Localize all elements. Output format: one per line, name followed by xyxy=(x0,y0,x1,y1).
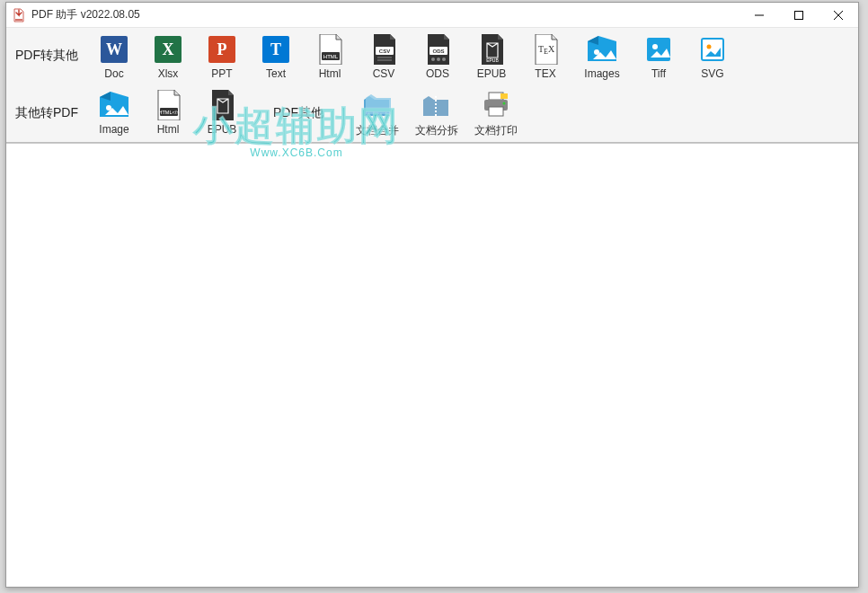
svg-text:T: T xyxy=(270,40,281,58)
tool-print[interactable]: 文档打印 xyxy=(467,87,525,140)
svg-text:W: W xyxy=(106,40,122,58)
svg-text:CSV: CSV xyxy=(379,49,390,54)
svg-rect-31 xyxy=(500,93,508,99)
row-pdf-to-other: PDF转其他 W Doc X xyxy=(6,28,858,84)
toolbar: PDF转其他 W Doc X xyxy=(6,28,858,143)
html-icon: HTML</> xyxy=(152,89,184,121)
tool-text[interactable]: T Text xyxy=(250,31,302,82)
svg-point-15 xyxy=(431,58,435,61)
window-title: PDF 助手 v2022.08.05 xyxy=(31,7,740,22)
svg-text:HTML: HTML xyxy=(323,54,339,59)
epub-icon: EPUB xyxy=(475,33,508,66)
app-window: PDF 助手 v2022.08.05 PDF转其他 xyxy=(5,2,859,588)
tool-epub[interactable]: EPUB EPUB xyxy=(465,31,518,82)
tool-csv[interactable]: CSV CSV xyxy=(358,31,410,82)
row2b-tools: 文档合并 文档分拆 xyxy=(348,84,526,142)
tool-split[interactable]: 文档分拆 xyxy=(408,87,465,140)
row1-label: PDF转其他 xyxy=(6,28,87,84)
row-second: 其他转PDF Image xyxy=(6,84,858,142)
title-bar: PDF 助手 v2022.08.05 xyxy=(6,3,858,28)
svg-point-16 xyxy=(437,58,440,61)
tool-doc[interactable]: W Doc xyxy=(88,31,140,82)
excel-icon: X xyxy=(152,33,184,66)
tiff-icon xyxy=(642,33,675,66)
tool-merge[interactable]: 文档合并 xyxy=(349,87,406,140)
svg-icon xyxy=(696,33,729,66)
tool-epub-to-pdf[interactable]: EPUB xyxy=(196,87,248,137)
row2a-tools: Image HTML</> Html xyxy=(87,84,249,142)
tool-tiff[interactable]: Tiff xyxy=(633,31,685,82)
svg-text:ODS: ODS xyxy=(432,49,444,54)
svg-rect-30 xyxy=(489,107,503,116)
html-icon: HTML xyxy=(314,33,346,66)
svg-point-32 xyxy=(503,102,506,105)
folder-merge-icon xyxy=(361,89,394,121)
svg-point-24 xyxy=(707,45,712,49)
tex-icon: TEX xyxy=(529,33,562,66)
powerpoint-icon: P xyxy=(206,33,238,66)
tool-html[interactable]: HTML Html xyxy=(304,31,356,82)
word-icon: W xyxy=(98,33,130,66)
close-button[interactable] xyxy=(819,3,858,27)
minimize-button[interactable] xyxy=(740,3,779,27)
svg-text:HTML</>: HTML</> xyxy=(159,110,180,115)
tool-tex[interactable]: TEX TEX xyxy=(519,31,571,82)
tool-html-to-pdf[interactable]: HTML</> Html xyxy=(142,87,194,137)
maximize-button[interactable] xyxy=(779,3,819,27)
row1-tools: W Doc X Xlsx xyxy=(87,28,740,84)
tool-svg[interactable]: SVG xyxy=(686,31,739,82)
tool-xlsx[interactable]: X Xlsx xyxy=(142,31,194,82)
tool-ppt[interactable]: P PPT xyxy=(196,31,248,82)
svg-text:X: X xyxy=(163,40,174,58)
tool-image-to-pdf[interactable]: Image xyxy=(88,87,140,137)
text-icon: T xyxy=(260,33,292,66)
csv-icon: CSV xyxy=(368,33,400,66)
app-icon xyxy=(12,8,26,22)
svg-text:EPUB: EPUB xyxy=(486,58,499,63)
row2a-label: 其他转PDF xyxy=(6,84,87,142)
epub-icon xyxy=(206,89,238,121)
svg-text:P: P xyxy=(217,40,227,58)
image-icon xyxy=(98,89,130,121)
folder-split-icon xyxy=(421,89,453,121)
tool-images[interactable]: Images xyxy=(573,31,631,82)
content-area xyxy=(6,143,858,587)
window-controls xyxy=(740,3,858,27)
row2b-label: PDF其他 xyxy=(249,84,348,142)
ods-icon: ODS xyxy=(421,33,454,66)
svg-rect-0 xyxy=(795,11,803,19)
images-icon xyxy=(586,33,618,66)
tool-ods[interactable]: ODS ODS xyxy=(412,31,464,82)
svg-point-17 xyxy=(442,58,446,61)
printer-icon xyxy=(480,89,512,121)
svg-point-22 xyxy=(652,44,658,49)
